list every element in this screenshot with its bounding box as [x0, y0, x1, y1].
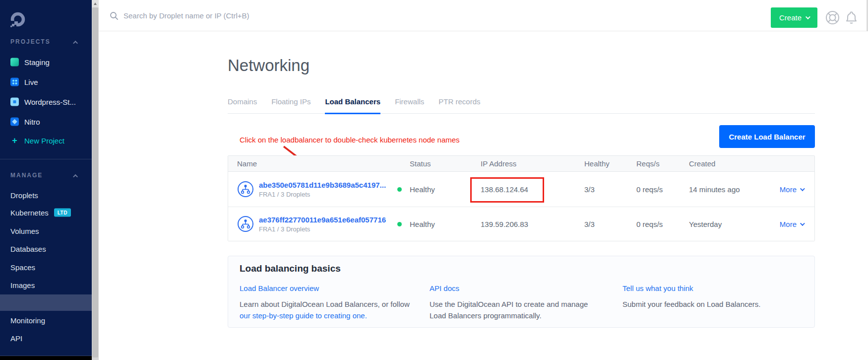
load-balancer-name-link[interactable]: abe350e05781d11e9b3689a5c4197...: [259, 181, 386, 189]
more-label: More: [780, 185, 797, 194]
col-header-healthy: Healthy: [584, 159, 636, 168]
sidebar-item-label: Staging: [24, 58, 50, 67]
healthy-status-dot: [397, 187, 402, 192]
table-header-row: Name Status IP Address Healthy Reqs/s Cr…: [228, 156, 814, 172]
sidebar-bottom-strip: [0, 356, 92, 360]
sidebar-item-label: Spaces: [10, 263, 35, 272]
tab-load-balancers[interactable]: Load Balancers: [325, 97, 380, 114]
load-balancer-region: FRA1 / 3 Droplets: [259, 191, 386, 198]
sidebar-item-label: Nitro: [24, 118, 40, 126]
col-header-status: Status: [397, 159, 481, 168]
manage-header: MANAGE: [10, 172, 43, 179]
sidebar-scrollbar[interactable]: [92, 0, 99, 360]
new-project-button[interactable]: + New Project: [10, 136, 64, 146]
more-menu-button[interactable]: More: [780, 185, 804, 194]
staging-project-icon: [10, 58, 19, 67]
tab-ptr-records[interactable]: PTR records: [438, 97, 480, 113]
table-row[interactable]: ae376ff22770011e9a651e6eaf057716 FRA1 / …: [228, 207, 814, 241]
scrollbar-up-button[interactable]: [92, 0, 99, 7]
sidebar-item-label: Droplets: [10, 191, 38, 200]
col-header-created: Created: [689, 159, 778, 168]
status-text: Healthy: [410, 185, 435, 194]
projects-collapse-chevron[interactable]: [74, 37, 78, 46]
sidebar-item-droplets[interactable]: Droplets: [10, 191, 38, 200]
create-button-label: Create: [779, 13, 802, 22]
notifications-bell-icon[interactable]: [844, 10, 859, 25]
sidebar-item-label: Databases: [10, 245, 46, 253]
page-title: Networking: [228, 56, 310, 75]
tab-floating-ips[interactable]: Floating IPs: [271, 97, 310, 113]
ip-address: 139.59.206.83: [481, 220, 584, 228]
tab-domains[interactable]: Domains: [228, 97, 257, 113]
sidebar-item-label: API: [10, 334, 22, 343]
digitalocean-logo[interactable]: [10, 12, 26, 28]
topbar: Create: [99, 0, 868, 31]
annotation-text: Click on the loadbalancer to double-chec…: [240, 136, 460, 144]
tab-bar: Domains Floating IPs Load Balancers Fire…: [228, 97, 815, 114]
api-docs-link[interactable]: API docs: [430, 283, 459, 294]
create-load-balancer-button[interactable]: Create Load Balancer: [719, 125, 815, 148]
sidebar-item-label: Images: [10, 281, 35, 289]
sidebar-item-nitro[interactable]: Nitro: [10, 118, 40, 126]
new-project-label: New Project: [24, 137, 64, 145]
sidebar-item-networking[interactable]: Networking: [0, 294, 92, 311]
col-header-ip: IP Address: [481, 159, 584, 168]
healthy-count: 3/3: [584, 185, 636, 194]
sidebar-divider: [0, 159, 92, 159]
chevron-down-icon: [800, 221, 805, 226]
basics-title: Load balancing basics: [240, 263, 341, 274]
manage-collapse-chevron[interactable]: [74, 171, 78, 180]
scrollbar-thumb[interactable]: [92, 7, 98, 358]
load-balancer-region: FRA1 / 3 Droplets: [259, 225, 386, 233]
live-project-icon: [10, 78, 19, 86]
sidebar-item-live[interactable]: Live: [10, 78, 38, 86]
search-input[interactable]: [124, 11, 372, 20]
search-icon: [110, 11, 119, 20]
sidebar-item-databases[interactable]: Databases: [10, 245, 46, 253]
ltd-badge: LTD: [54, 209, 71, 217]
sidebar-item-images[interactable]: Images: [10, 281, 35, 289]
load-balancer-name-link[interactable]: ae376ff22770011e9a651e6eaf057716: [259, 216, 386, 224]
sidebar-item-label: Kubernetes: [10, 209, 49, 217]
nitro-project-icon: [10, 118, 19, 126]
load-balancer-icon: [237, 216, 254, 232]
created-time: Yesterday: [689, 220, 778, 228]
load-balancer-overview-link[interactable]: Load Balancer overview: [240, 283, 319, 294]
tab-firewalls[interactable]: Firewalls: [395, 97, 424, 113]
col-header-reqs: Reqs/s: [636, 159, 689, 168]
annotation-highlight-box: [470, 177, 544, 203]
sidebar-item-kubernetes[interactable]: Kubernetes LTD: [10, 209, 71, 217]
feedback-link[interactable]: Tell us what you think: [622, 283, 693, 294]
load-balancer-icon: [237, 181, 254, 198]
sidebar-item-api[interactable]: API: [10, 334, 22, 343]
sidebar-item-label: Live: [24, 78, 38, 86]
sidebar-item-wordpress[interactable]: Wordpress-St...: [10, 98, 76, 106]
sidebar-item-label: Monitoring: [10, 316, 45, 325]
created-time: 14 minutes ago: [689, 185, 778, 194]
col-header-name: Name: [237, 159, 397, 168]
sidebar-item-label: Wordpress-St...: [24, 98, 76, 106]
basics-text: Learn about DigitalOcean Load Balancers,…: [240, 300, 410, 308]
more-menu-button[interactable]: More: [780, 220, 804, 228]
sidebar-item-monitoring[interactable]: Monitoring: [10, 316, 45, 325]
basics-text: Use the DigitalOcean API to create and m…: [430, 300, 588, 320]
chevron-down-icon: [800, 186, 805, 191]
sidebar-item-volumes[interactable]: Volumes: [10, 227, 39, 235]
main-content: Networking Domains Floating IPs Load Bal…: [99, 31, 868, 360]
load-balancing-basics-panel: Load balancing basics Load Balancer over…: [228, 256, 815, 328]
create-button[interactable]: Create: [771, 7, 817, 28]
step-by-step-guide-link[interactable]: our step-by-step guide to creating one.: [240, 310, 367, 321]
sidebar-item-spaces[interactable]: Spaces: [10, 263, 35, 272]
projects-header: PROJECTS: [10, 38, 51, 45]
healthy-count: 3/3: [584, 220, 636, 228]
sidebar: PROJECTS Staging Live Wordpress-St... Ni…: [0, 0, 92, 360]
help-lifering-icon[interactable]: [825, 10, 840, 25]
status-text: Healthy: [410, 220, 435, 228]
wordpress-project-icon: [10, 98, 19, 106]
scroll-up-arrow-icon: [94, 2, 97, 5]
reqs-per-sec: 0 reqs/s: [636, 185, 689, 194]
sidebar-item-staging[interactable]: Staging: [10, 58, 50, 67]
basics-text: Submit your feedback on Load Balancers.: [622, 300, 761, 308]
chevron-down-icon: [806, 14, 810, 19]
sidebar-item-label: Volumes: [10, 227, 39, 235]
